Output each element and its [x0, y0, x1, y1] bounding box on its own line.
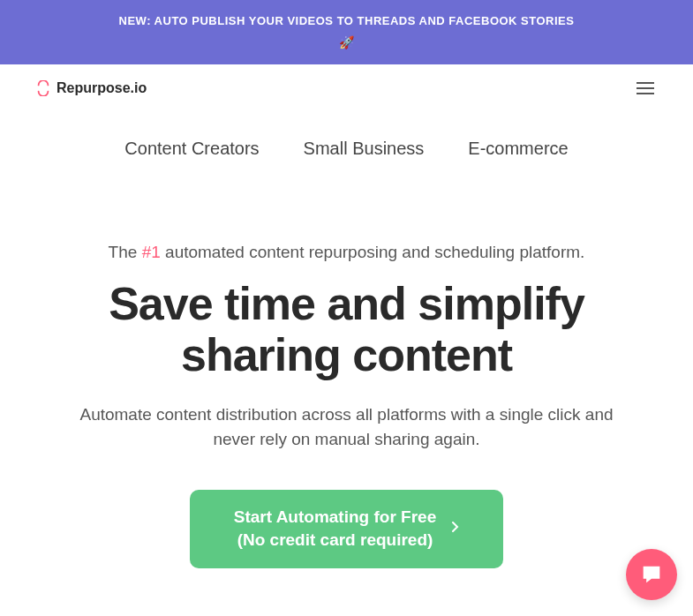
rocket-icon: 🚀 — [18, 33, 675, 52]
preview-section: CLICK FOR 👍 — [0, 595, 693, 616]
highlight-rank: #1 — [142, 243, 161, 261]
tab-content-creators[interactable]: Content Creators — [124, 139, 259, 159]
tab-ecommerce[interactable]: E-commerce — [468, 139, 568, 159]
menu-button[interactable] — [633, 79, 658, 98]
header: Repurpose.io — [0, 64, 693, 112]
nav-tabs: Content Creators Small Business E-commer… — [0, 112, 693, 177]
cta-button[interactable]: Start Automating for Free (No credit car… — [190, 490, 503, 568]
chat-icon — [639, 562, 664, 587]
hero-section: The #1 automated content repurposing and… — [0, 177, 693, 595]
cta-text: Start Automating for Free (No credit car… — [234, 506, 436, 552]
logo-icon — [35, 80, 51, 96]
logo[interactable]: Repurpose.io — [35, 80, 147, 96]
chevron-right-icon — [452, 520, 459, 537]
tab-small-business[interactable]: Small Business — [304, 139, 425, 159]
chat-button[interactable] — [626, 549, 677, 600]
announcement-text: NEW: AUTO PUBLISH YOUR VIDEOS TO THREADS… — [119, 14, 575, 27]
subheadline: Automate content distribution across all… — [53, 402, 640, 453]
brand-name: Repurpose.io — [56, 80, 147, 96]
announcement-bar[interactable]: NEW: AUTO PUBLISH YOUR VIDEOS TO THREADS… — [0, 0, 693, 64]
tagline: The #1 automated content repurposing and… — [53, 243, 640, 262]
headline: Save time and simplify sharing content — [53, 278, 640, 380]
